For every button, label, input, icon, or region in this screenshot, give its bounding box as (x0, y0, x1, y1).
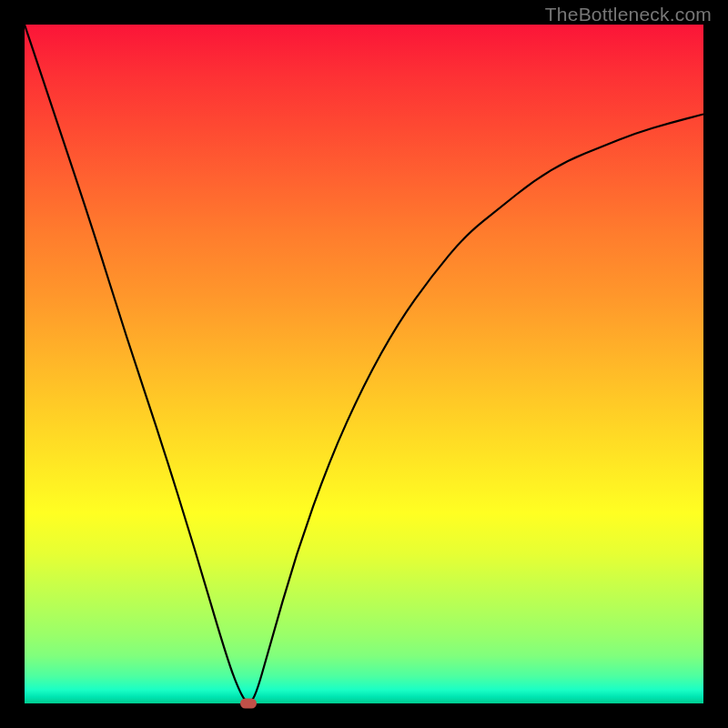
watermark-text: TheBottleneck.com (545, 4, 712, 25)
bottleneck-curve (25, 25, 703, 702)
chart-frame: TheBottleneck.com (0, 0, 728, 728)
optimal-marker (240, 699, 257, 709)
plot-area (25, 25, 703, 703)
curve-svg (25, 25, 703, 703)
